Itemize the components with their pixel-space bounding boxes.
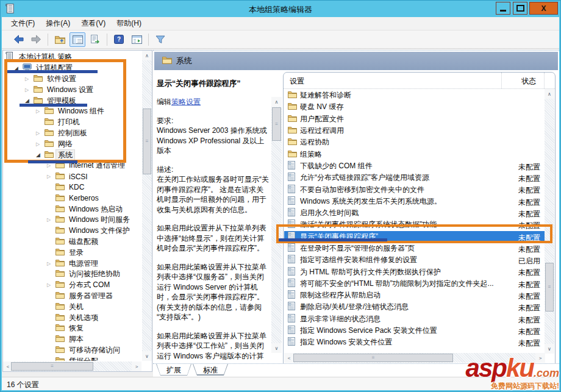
tree-item-label[interactable]: 控制面板	[56, 128, 89, 138]
expand-arrow-icon[interactable]	[36, 109, 45, 114]
tree-item[interactable]: KDC	[3, 182, 141, 193]
policy-row[interactable]: 指定 Windows Service Pack 安装文件位置 未配置	[284, 325, 545, 337]
tree-item-label[interactable]: 电源管理	[67, 258, 100, 269]
scroll-down-icon[interactable]: ∨	[142, 351, 152, 361]
menu-item[interactable]: 帮助(H)	[111, 16, 147, 30]
policy-row[interactable]: 硬盘 NV 缓存	[284, 101, 545, 113]
forward-icon[interactable]	[28, 32, 44, 47]
up-one-level-icon[interactable]	[52, 32, 68, 47]
tree-item-label[interactable]: 关机选项	[67, 313, 100, 323]
menu-item[interactable]: 文件(F)	[5, 16, 40, 30]
tree-item[interactable]: 服务器管理器	[3, 291, 141, 302]
tree-item-label[interactable]: Windows 时间服务	[67, 215, 132, 225]
tree-item[interactable]: 系统	[3, 149, 141, 160]
scroll-up-icon[interactable]: ∧	[142, 51, 152, 60]
tree-item[interactable]: 恢复	[3, 323, 141, 334]
expand-arrow-icon[interactable]	[47, 174, 55, 179]
expand-arrow-icon[interactable]	[25, 87, 34, 93]
expand-arrow-icon[interactable]	[36, 141, 45, 147]
tree-vertical-scrollbar[interactable]: ∧ ≡ ∨	[142, 51, 152, 361]
tree-item[interactable]: 控制面板	[3, 128, 141, 139]
tree-item[interactable]: 本地计算机 策略	[3, 52, 141, 63]
list-vertical-scrollbar[interactable]: ∧ ≡ ∨	[545, 89, 554, 354]
tree-item-label[interactable]: 分布式 COM	[67, 280, 112, 290]
tree-item[interactable]: 打印机	[3, 117, 141, 128]
tree-item[interactable]: 电源管理	[3, 258, 141, 269]
tree-item-label[interactable]: Kerberos	[67, 194, 101, 202]
expand-arrow-icon[interactable]	[25, 98, 34, 104]
new-window-icon[interactable]	[129, 32, 145, 47]
expand-arrow-icon[interactable]	[47, 163, 55, 168]
tree-item[interactable]: 分布式 COM	[3, 280, 141, 291]
desc-vscroll-thumb[interactable]: ≡	[272, 107, 281, 141]
tree-item-label[interactable]: Windows 设置	[45, 85, 95, 95]
policy-row[interactable]: 指定可选组件安装和组件修复的设置 已启用	[284, 254, 545, 266]
column-header-status[interactable]: 状态	[502, 73, 545, 88]
tree-item-label[interactable]: 服务器管理器	[67, 291, 115, 301]
expand-arrow-icon[interactable]	[25, 76, 34, 82]
tree-item-label[interactable]: Windows 组件	[56, 106, 106, 116]
tree-hscroll-thumb[interactable]: ≡	[11, 362, 93, 371]
tree-item-label[interactable]: 访问被拒绝协助	[67, 269, 122, 279]
policy-row[interactable]: 允许“分布式链接跟踪”客户端使用域资源 未配置	[284, 172, 545, 184]
tree-item[interactable]: Kerberos	[3, 193, 141, 204]
tree-item-label[interactable]: 恢复	[67, 323, 85, 333]
tree-item-label[interactable]: 关机	[67, 302, 85, 312]
list-vscroll-thumb[interactable]: ≡	[545, 263, 554, 312]
tree-item-label[interactable]: 计算机配置	[34, 63, 74, 73]
tree-item[interactable]: 凭据分配	[3, 355, 141, 361]
help-icon[interactable]: ?	[111, 32, 127, 47]
tree-item[interactable]: 访问被拒绝协助	[3, 269, 141, 280]
policy-row[interactable]: 疑难解答和诊断	[284, 90, 545, 101]
tree-item[interactable]: Windows 热启动	[3, 204, 141, 215]
tree-item[interactable]: 网络	[3, 138, 141, 149]
show-console-tree-icon[interactable]	[70, 32, 85, 47]
policy-row[interactable]: 为 HTML 帮助可执行文件关闭数据执行保护 未配置	[284, 266, 545, 277]
expand-arrow-icon[interactable]	[36, 152, 45, 158]
scroll-right-icon[interactable]: >	[132, 362, 141, 371]
expand-arrow-icon[interactable]	[47, 217, 55, 223]
policy-row[interactable]: 将可能不安全的“HTML 帮助”功能限制为对指定的文件夹起... 未配置	[284, 278, 545, 290]
tree-item[interactable]: 磁盘配额	[3, 237, 141, 248]
tree-item-label[interactable]: 登录	[67, 248, 85, 258]
policy-row[interactable]: 在登录时不显示“管理你的服务器”页 未配置	[284, 243, 545, 254]
tree-vscroll-thumb[interactable]: ≡	[143, 109, 151, 174]
filter-icon[interactable]	[152, 32, 168, 47]
tree-item-label[interactable]: 打印机	[56, 117, 82, 127]
view-tab[interactable]: 标准	[193, 364, 228, 376]
tree-item[interactable]: 管理模板	[3, 95, 141, 106]
tree-item-label[interactable]: 可移动存储访问	[67, 345, 122, 355]
minimize-button[interactable]	[496, 2, 510, 15]
tree-item-label[interactable]: Windows 热启动	[67, 204, 124, 215]
policy-row[interactable]: Windows 系统关闭发生后不关闭系统电源。 未配置	[284, 196, 545, 207]
tree-item[interactable]: Windows 时间服务	[3, 215, 141, 226]
expand-arrow-icon[interactable]	[14, 65, 23, 71]
list-hscroll-thumb[interactable]: ≡	[293, 354, 453, 362]
tree-item-label[interactable]: iSCSI	[67, 173, 90, 181]
scroll-up-icon[interactable]: ∧	[271, 97, 282, 107]
tree-item[interactable]: Windows 组件	[3, 106, 141, 117]
tree-item[interactable]: 可移动存储访问	[3, 345, 141, 356]
tree-item[interactable]: Windows 设置	[3, 84, 141, 95]
expand-arrow-icon[interactable]	[47, 282, 55, 288]
tree-item-label[interactable]: 系统	[56, 150, 74, 160]
tree-item-label[interactable]: 软件设置	[45, 74, 78, 84]
tree-item-label[interactable]: Internet 通信管理	[67, 160, 127, 171]
edit-policy-setting-link[interactable]: 策略设置	[171, 98, 201, 106]
tree-horizontal-scrollbar[interactable]: < ≡ >	[3, 362, 141, 371]
tree-item[interactable]: iSCSI	[3, 171, 141, 182]
menu-item[interactable]: 操作(A)	[40, 16, 76, 30]
column-header-setting[interactable]: 设置	[284, 73, 502, 88]
scroll-left-icon[interactable]: <	[284, 353, 294, 363]
tree-item[interactable]: 登录	[3, 247, 141, 258]
export-list-icon[interactable]	[87, 32, 103, 47]
menu-item[interactable]: 查看(V)	[76, 16, 111, 30]
policy-row[interactable]: 显示“关闭事件跟踪程序” 未配置	[284, 231, 545, 243]
policy-row[interactable]: 激活“关闭事件跟踪程序系统状态数据”功能 未配置	[284, 219, 545, 230]
tree-item-label[interactable]: 网络	[56, 139, 74, 149]
tree-item[interactable]: 软件设置	[3, 74, 141, 85]
back-icon[interactable]	[10, 32, 26, 47]
scroll-down-icon[interactable]: ∨	[271, 343, 282, 353]
scroll-down-icon[interactable]: ∨	[545, 344, 554, 354]
policy-row[interactable]: 启用永久性时间戳 未配置	[284, 207, 545, 219]
